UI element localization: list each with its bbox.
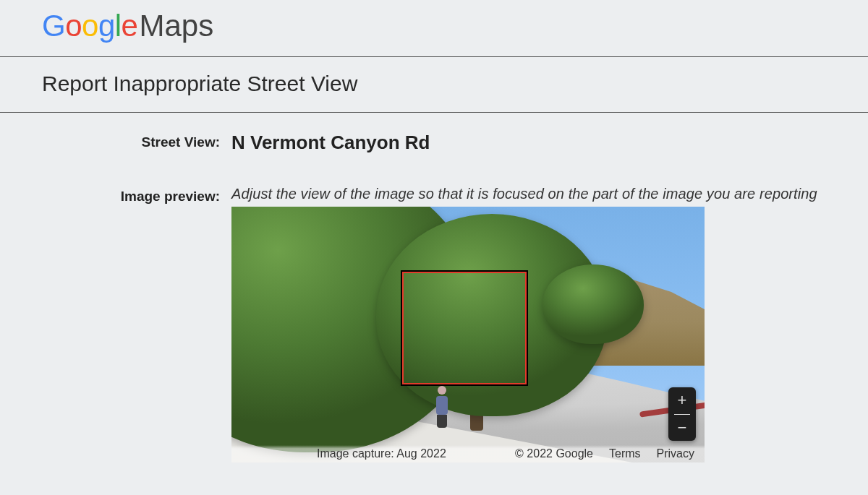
street-view-value: N Vermont Canyon Rd <box>231 132 839 154</box>
focus-selection-box[interactable] <box>401 270 528 386</box>
header: GoogleMaps <box>0 0 868 56</box>
zoom-in-button[interactable]: + <box>668 387 696 414</box>
zoom-control: + − <box>668 387 696 441</box>
page-title: Report Inappropriate Street View <box>0 57 868 112</box>
sv-tree <box>542 264 644 344</box>
copyright-text: © 2022 Google <box>515 447 593 460</box>
terms-link[interactable]: Terms <box>609 447 641 460</box>
zoom-out-button[interactable]: − <box>668 415 696 442</box>
street-view-preview[interactable]: + − Image capture: Aug 2022 © 2022 Googl… <box>231 207 705 462</box>
privacy-link[interactable]: Privacy <box>657 447 694 460</box>
form-content: Street View: N Vermont Canyon Rd Image p… <box>0 113 868 462</box>
image-preview-hint: Adjust the view of the image so that it … <box>231 186 839 202</box>
image-capture-date: Image capture: Aug 2022 <box>317 447 446 460</box>
maps-logo-text: Maps <box>139 9 213 43</box>
google-logo: Google <box>42 9 137 43</box>
image-preview-label: Image preview: <box>0 186 231 462</box>
sv-pedestrian <box>434 386 450 426</box>
street-view-label: Street View: <box>0 132 231 154</box>
attribution-bar: Image capture: Aug 2022 © 2022 Google Te… <box>231 445 705 462</box>
